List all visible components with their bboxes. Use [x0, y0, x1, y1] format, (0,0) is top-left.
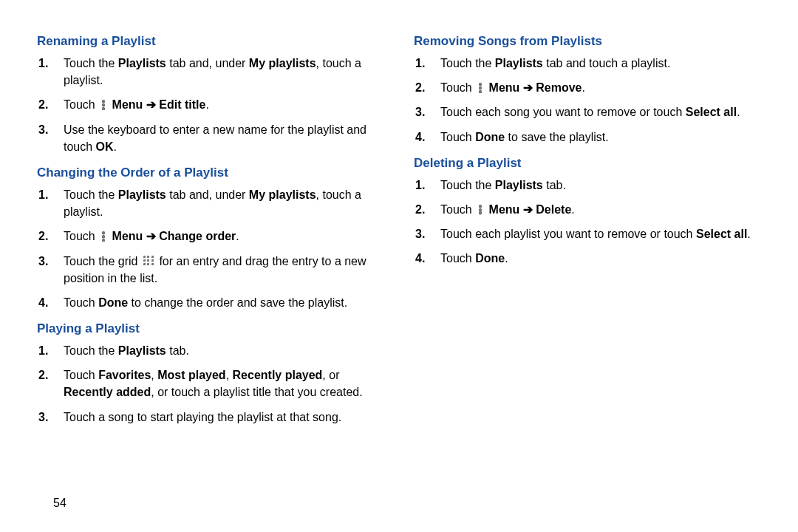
- text-bold: Remove: [533, 81, 582, 94]
- text-bold: Playlists: [118, 57, 166, 69]
- text: .: [114, 140, 117, 153]
- text-bold: Playlists: [118, 188, 166, 201]
- list-item: Touch the Playlists tab and, under My pl…: [58, 55, 384, 89]
- list-item: Touch the Playlists tab.: [58, 342, 384, 359]
- text: Touch: [64, 296, 98, 309]
- heading-renaming: Renaming a Playlist: [37, 34, 384, 49]
- heading-removing: Removing Songs from Playlists: [414, 34, 761, 49]
- text: Touch: [440, 252, 475, 265]
- list-removing: Touch the Playlists tab and touch a play…: [414, 55, 761, 146]
- text-bold: Delete: [533, 203, 571, 216]
- text-bold: Menu: [489, 81, 523, 94]
- text: ,: [151, 369, 157, 381]
- text: Touch: [440, 131, 475, 143]
- list-item: Touch Done.: [434, 250, 761, 267]
- text: Touch each playlist you want to remove o…: [440, 228, 696, 240]
- text: Touch the: [64, 57, 118, 69]
- text: .: [571, 203, 574, 216]
- text: , or touch a playlist title that you cre…: [151, 386, 362, 398]
- text: .: [236, 230, 239, 242]
- list-item: Touch each playlist you want to remove o…: [434, 225, 761, 242]
- column-right: Removing Songs from Playlists Touch the …: [414, 30, 761, 436]
- text: tab and, under: [166, 188, 249, 201]
- text: .: [747, 228, 750, 240]
- text: Touch: [440, 81, 475, 94]
- text-bold: Playlists: [118, 344, 166, 357]
- text: .: [737, 106, 740, 118]
- heading-playing: Playing a Playlist: [37, 321, 384, 336]
- text: Touch each song you want to remove or to…: [440, 106, 686, 118]
- list-item: Touch the Playlists tab and, under My pl…: [58, 186, 384, 220]
- text: Touch a song to start playing the playli…: [64, 411, 341, 423]
- arrow-icon: ➔: [146, 98, 156, 111]
- text-bold: Done: [98, 296, 128, 309]
- text: Touch the: [64, 344, 118, 357]
- menu-icon: [477, 83, 484, 93]
- arrow-icon: ➔: [523, 203, 533, 216]
- list-item: Touch Menu ➔ Edit title.: [58, 96, 384, 113]
- text: Touch the: [64, 188, 118, 201]
- text-bold: Recently played: [233, 369, 323, 381]
- list-item: Touch Menu ➔ Change order.: [58, 228, 384, 245]
- arrow-icon: ➔: [146, 230, 156, 242]
- list-item: Touch a song to start playing the playli…: [58, 409, 384, 426]
- list-item: Touch Favorites, Most played, Recently p…: [58, 366, 384, 400]
- text-bold: Playlists: [495, 57, 543, 69]
- text: .: [205, 98, 208, 111]
- text-bold: Menu: [489, 203, 523, 216]
- text-bold: Select all: [696, 228, 747, 240]
- text: , or: [322, 369, 339, 381]
- text-bold: Menu: [112, 98, 146, 111]
- text: ,: [226, 369, 233, 381]
- text-bold: Most played: [157, 369, 225, 381]
- text: .: [582, 81, 585, 94]
- text-bold: OK: [96, 140, 114, 153]
- text: tab and, under: [166, 57, 249, 69]
- grid-icon: [143, 255, 154, 267]
- page-number: 54: [53, 497, 66, 510]
- text: tab.: [166, 344, 189, 357]
- text-bold: Menu: [112, 230, 146, 242]
- heading-deleting: Deleting a Playlist: [414, 156, 761, 171]
- text-bold: My playlists: [249, 57, 316, 69]
- manual-page: Renaming a Playlist Touch the Playlists …: [0, 0, 798, 436]
- list-change-order: Touch the Playlists tab and, under My pl…: [37, 186, 384, 311]
- text: Touch: [64, 230, 98, 242]
- text-bold: Change order: [156, 230, 236, 242]
- text-bold: Done: [475, 131, 505, 143]
- heading-change-order: Changing the Order of a Playlist: [37, 166, 384, 180]
- text-bold: Edit title: [156, 98, 206, 111]
- menu-icon: [100, 231, 107, 242]
- list-item: Touch the Playlists tab.: [434, 177, 761, 194]
- list-item: Touch Done to save the playlist.: [434, 129, 761, 146]
- list-renaming: Touch the Playlists tab and, under My pl…: [37, 55, 384, 155]
- list-playing: Touch the Playlists tab. Touch Favorites…: [37, 342, 384, 426]
- text: Touch the grid: [64, 255, 141, 267]
- menu-icon: [477, 205, 484, 215]
- text-bold: Playlists: [495, 179, 543, 191]
- list-item: Touch Menu ➔ Delete.: [434, 201, 761, 218]
- text: Touch: [64, 369, 98, 381]
- text: .: [505, 252, 508, 265]
- text: to save the playlist.: [505, 131, 609, 143]
- list-item: Touch the grid for an entry and drag the…: [58, 253, 384, 287]
- text: Touch the: [440, 57, 495, 69]
- list-item: Touch the Playlists tab and touch a play…: [434, 55, 761, 72]
- text: tab.: [543, 179, 566, 191]
- text-bold: Done: [475, 252, 505, 265]
- text-bold: Select all: [686, 106, 737, 118]
- text: Touch the: [440, 179, 495, 191]
- text: to change the order and save the playlis…: [128, 296, 347, 309]
- menu-icon: [100, 100, 107, 110]
- list-deleting: Touch the Playlists tab. Touch Menu ➔ De…: [414, 177, 761, 267]
- list-item: Use the keyboard to enter a new name for…: [58, 121, 384, 155]
- text-bold: Recently added: [64, 386, 151, 398]
- text-bold: My playlists: [249, 188, 316, 201]
- arrow-icon: ➔: [523, 81, 533, 94]
- text: Touch: [64, 98, 98, 111]
- column-left: Renaming a Playlist Touch the Playlists …: [37, 30, 384, 436]
- text-bold: Favorites: [98, 369, 151, 381]
- list-item: Touch Done to change the order and save …: [58, 294, 384, 311]
- list-item: Touch Menu ➔ Remove.: [434, 79, 761, 96]
- text: tab and touch a playlist.: [543, 57, 671, 69]
